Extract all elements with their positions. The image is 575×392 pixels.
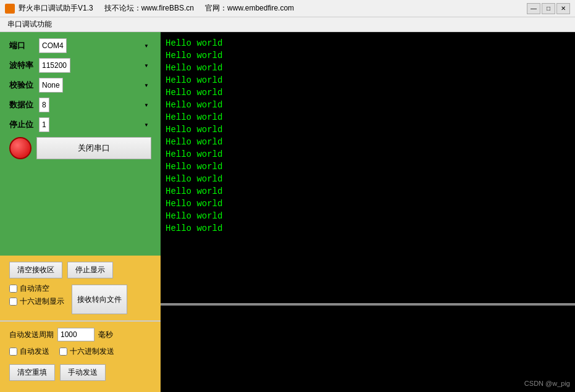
receive-btn-row: 清空接收区 停止显示 [9, 262, 151, 278]
main-content: 端口 COM4 波特率 115200 校验位 [0, 32, 575, 392]
terminal-line: Hello world [166, 210, 570, 222]
databits-row: 数据位 8 [9, 98, 151, 112]
clear-receive-button[interactable]: 清空接收区 [9, 262, 62, 278]
send-btn-row: 清空重填 手动发送 [9, 364, 151, 381]
terminal-line: Hello world [166, 222, 570, 235]
auto-clear-row: 自动清空 [9, 283, 64, 294]
port-row: 端口 COM4 [9, 38, 151, 53]
terminal-line: Hello world [166, 99, 570, 111]
auto-send-row: 自动发送 [9, 346, 49, 357]
terminal-line: Hello world [166, 62, 570, 74]
title-bar: 野火串口调试助手V1.3 技不论坛：www.fireBBS.cn 官网：www.… [0, 0, 575, 17]
settings-area: 端口 COM4 波特率 115200 校验位 [0, 32, 161, 256]
watermark: CSDN @w_pig [524, 380, 570, 387]
terminal-line: Hello world [166, 198, 570, 210]
close-button[interactable]: ✕ [556, 3, 570, 14]
port-control-row: 关闭串口 [9, 137, 151, 159]
period-unit: 毫秒 [98, 330, 113, 340]
auto-period-label: 自动发送周期 [9, 330, 54, 340]
databits-label: 数据位 [9, 99, 39, 111]
port-select[interactable]: COM4 [39, 38, 67, 53]
hex-send-label: 十六进制发送 [70, 346, 114, 357]
auto-clear-label: 自动清空 [20, 283, 49, 294]
right-panel: Hello worldHello worldHello worldHello w… [161, 32, 575, 392]
baud-label: 波特率 [9, 60, 39, 71]
receive-terminal[interactable]: Hello worldHello worldHello worldHello w… [161, 32, 575, 303]
left-panel: 端口 COM4 波特率 115200 校验位 [0, 32, 161, 392]
parity-row: 校验位 None [9, 78, 151, 93]
hex-display-label: 十六进制显示 [20, 296, 64, 307]
hex-send-row: 十六进制发送 [59, 346, 114, 357]
maximize-button[interactable]: □ [542, 3, 555, 14]
redirect-button[interactable]: 接收转向文件 [72, 285, 127, 314]
app-icon [5, 4, 15, 14]
manual-send-button[interactable]: 手动发送 [60, 364, 106, 381]
hex-display-checkbox[interactable] [9, 298, 17, 306]
terminal-line: Hello world [166, 123, 570, 136]
terminal-line: Hello world [166, 86, 570, 99]
menu-bar: 串口调试功能 [0, 17, 575, 32]
terminal-line: Hello world [166, 111, 570, 123]
stopbits-select[interactable]: 1 [39, 117, 49, 132]
send-terminal[interactable] [161, 306, 575, 392]
terminal-line: Hello world [166, 173, 570, 185]
parity-label: 校验位 [9, 80, 39, 91]
databits-select[interactable]: 8 [39, 98, 49, 112]
stopbits-label: 停止位 [9, 119, 39, 130]
close-port-button[interactable]: 关闭串口 [36, 137, 151, 159]
terminal-line: Hello world [166, 49, 570, 62]
send-controls-area: 自动发送周期 1000 毫秒 自动发送 十六进制发送 清空重填 手动发送 [0, 320, 161, 392]
terminal-line: Hello world [166, 136, 570, 148]
tab-serial-debug[interactable]: 串口调试功能 [2, 18, 57, 31]
connection-indicator [9, 137, 31, 159]
terminal-line: Hello world [166, 161, 570, 173]
terminal-line: Hello world [166, 185, 570, 198]
auto-clear-checkbox[interactable] [9, 285, 17, 293]
receive-controls-area: 清空接收区 停止显示 自动清空 十六进制显示 接收转向文件 [0, 256, 161, 320]
hex-display-row: 十六进制显示 [9, 296, 64, 307]
web-link: 官网：www.embedfire.com [205, 3, 294, 14]
clear-send-button[interactable]: 清空重填 [9, 364, 55, 381]
auto-send-checkbox[interactable] [9, 348, 17, 356]
minimize-button[interactable]: — [527, 3, 540, 14]
terminal-line: Hello world [166, 148, 570, 161]
auto-period-row: 自动发送周期 1000 毫秒 [9, 328, 151, 341]
app-title: 野火串口调试助手V1.3 [19, 3, 93, 14]
auto-send-label: 自动发送 [20, 346, 49, 357]
parity-select[interactable]: None [39, 78, 63, 93]
terminal-line: Hello world [166, 74, 570, 86]
baud-row: 波特率 115200 [9, 58, 151, 73]
forum-link: 技不论坛：www.fireBBS.cn [104, 3, 194, 14]
hex-send-checkbox[interactable] [59, 348, 67, 356]
stop-display-button[interactable]: 停止显示 [67, 262, 113, 278]
terminal-line: Hello world [166, 37, 570, 49]
baud-select[interactable]: 115200 [39, 58, 70, 73]
stopbits-row: 停止位 1 [9, 117, 151, 132]
period-input[interactable]: 1000 [57, 328, 94, 341]
port-label: 端口 [9, 40, 39, 51]
